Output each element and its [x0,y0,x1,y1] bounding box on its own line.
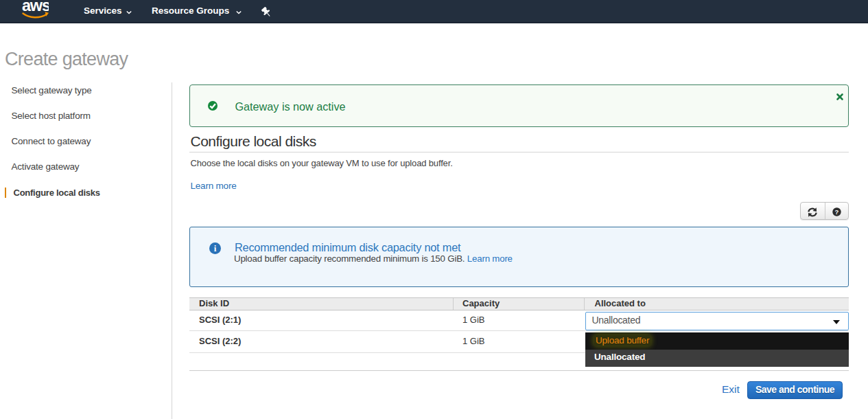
svg-text:aws: aws [22,0,49,14]
svg-text:?: ? [834,208,838,216]
